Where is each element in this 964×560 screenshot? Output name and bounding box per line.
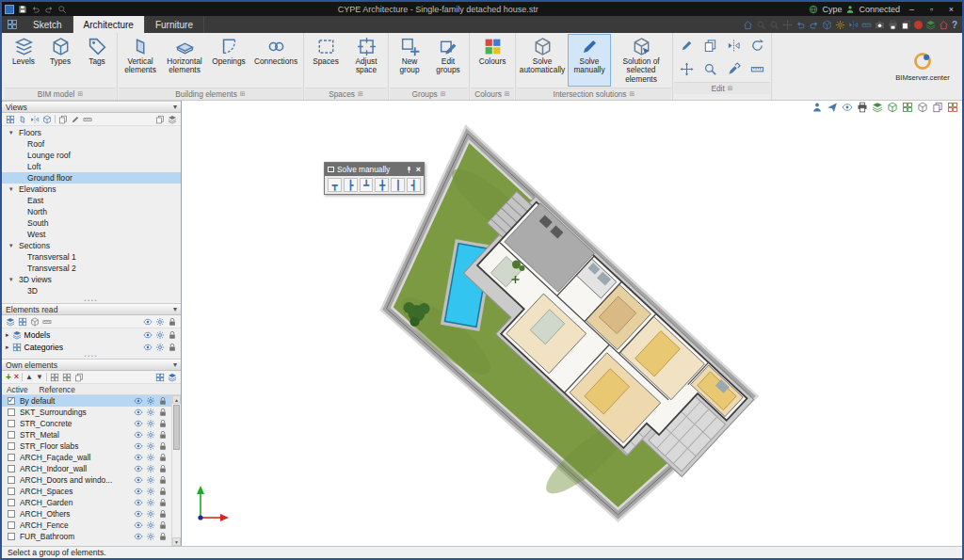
visibility-column-icon[interactable] [143, 317, 153, 327]
settings-icon[interactable] [146, 532, 155, 541]
joint-bottom-icon[interactable]: ┻ [360, 178, 374, 192]
move-up-icon[interactable]: ▲ [25, 374, 33, 381]
active-checkbox[interactable] [8, 454, 15, 461]
materials-icon[interactable] [932, 102, 943, 113]
own-element-row[interactable]: STR_Concrete [2, 418, 181, 429]
elements-read-row-models[interactable]: ▸Models [2, 328, 181, 341]
measure-icon[interactable] [861, 20, 872, 30]
tree-item-north[interactable]: North [2, 206, 181, 217]
tab-sketch[interactable]: Sketch [23, 16, 73, 33]
settings-icon[interactable] [146, 520, 155, 530]
favourites-icon[interactable] [743, 20, 753, 30]
elements-read-row-categories[interactable]: ▸Categories [2, 341, 181, 353]
move-button[interactable] [676, 58, 698, 80]
visibility-icon[interactable] [842, 102, 853, 113]
publish-icon[interactable] [827, 102, 838, 113]
lock-icon[interactable] [158, 453, 168, 462]
floating-toolbar-titlebar[interactable]: Solve manually × [325, 163, 424, 176]
tree-item-loft[interactable]: Loft [2, 161, 181, 172]
vertical-elements-button[interactable]: Vertical elements [120, 34, 161, 87]
add-group-icon[interactable]: + [6, 373, 11, 382]
active-checkbox[interactable] [8, 431, 15, 439]
joint-cross-icon[interactable]: ╋ [375, 178, 389, 192]
previous-view-icon[interactable] [795, 20, 806, 30]
expand-arrow-icon[interactable]: ▸ [6, 344, 9, 351]
isolate-icon[interactable] [168, 373, 177, 382]
ungroup-icon[interactable] [62, 373, 72, 382]
horizontal-elements-button[interactable]: Horizontal elements [162, 34, 207, 87]
settings-column-icon[interactable] [155, 317, 165, 327]
tree-item-sections[interactable]: ▾Sections [2, 240, 181, 251]
visibility-icon[interactable] [143, 343, 153, 352]
views-panel-header[interactable]: Views▾ [2, 101, 181, 113]
joint-straight-icon[interactable]: ┃ [391, 178, 405, 192]
settings-icon[interactable] [146, 487, 155, 496]
layers-icon[interactable] [902, 102, 913, 113]
settings-icon[interactable] [155, 330, 165, 340]
select-all-icon[interactable] [30, 317, 40, 327]
settings-icon[interactable] [146, 396, 155, 406]
spaces-button[interactable]: Spaces [306, 34, 345, 87]
lock-icon[interactable] [158, 396, 168, 406]
pin-icon[interactable] [405, 166, 413, 174]
own-element-row[interactable]: ARCH_Garden [2, 497, 181, 508]
lock-icon[interactable] [158, 520, 168, 530]
lock-icon[interactable] [168, 343, 177, 352]
adjust-space-button[interactable]: Adjust space [346, 34, 386, 87]
zoom-edit-button[interactable] [699, 58, 721, 80]
next-view-icon[interactable] [809, 20, 819, 30]
solution-of-selected-elements-button[interactable]: Solution of selected elements [612, 34, 670, 87]
active-checkbox[interactable] [8, 533, 15, 540]
dialog-launcher-icon[interactable]: ⊞ [358, 90, 363, 98]
model-3d-icon[interactable] [887, 102, 898, 113]
active-checkbox[interactable] [8, 420, 15, 427]
active-checkbox[interactable] [8, 488, 15, 495]
active-checkbox[interactable] [8, 442, 15, 450]
active-checkbox[interactable] [8, 476, 15, 484]
visibility-icon[interactable] [134, 441, 143, 451]
tab-architecture[interactable]: Architecture [73, 16, 145, 33]
elements-read-panel-header[interactable]: Elements read▾ [2, 303, 181, 315]
mirror-button[interactable] [723, 35, 745, 56]
cype-logo-icon[interactable] [809, 5, 818, 14]
expand-arrow-icon[interactable]: ▾ [9, 185, 16, 193]
3d-view-icon[interactable] [42, 115, 52, 124]
settings-icon[interactable] [146, 453, 155, 462]
chevron-down-icon[interactable]: ▾ [173, 305, 177, 313]
dialog-launcher-icon[interactable]: ⊞ [441, 90, 446, 98]
app-menu-icon[interactable] [2, 16, 23, 33]
lock-icon[interactable] [158, 498, 168, 507]
measure-edit-button[interactable] [747, 58, 768, 80]
expand-all-icon[interactable] [6, 317, 15, 327]
active-checkbox[interactable] [8, 397, 15, 405]
print-icon[interactable] [888, 20, 898, 30]
visibility-icon[interactable] [134, 419, 143, 428]
settings-icon[interactable] [146, 419, 155, 428]
highlight-icon[interactable] [155, 373, 165, 382]
filter-icon[interactable] [42, 317, 52, 327]
copy-button[interactable] [699, 35, 721, 56]
dialog-launcher-icon[interactable]: ⊞ [240, 90, 246, 98]
chevron-down-icon[interactable]: ▾ [173, 360, 177, 369]
section-icon[interactable] [848, 20, 859, 30]
own-element-row[interactable]: ARCH_Fence [2, 520, 181, 531]
settings-icon[interactable] [146, 464, 155, 473]
active-checkbox[interactable] [8, 510, 15, 518]
tree-item-transversal-1[interactable]: Transversal 1 [2, 251, 181, 263]
expand-arrow-icon[interactable]: ▾ [9, 129, 16, 136]
dialog-launcher-icon[interactable]: ⊞ [505, 90, 510, 98]
scroll-up-icon[interactable]: ▲ [172, 395, 181, 404]
components-icon[interactable] [917, 102, 928, 113]
active-checkbox[interactable] [8, 408, 15, 416]
walkthrough-icon[interactable] [811, 102, 823, 113]
elevation-view-icon[interactable] [18, 115, 27, 124]
new-group-button[interactable]: New group [391, 34, 428, 87]
own-element-row[interactable]: STR_Metal [2, 429, 181, 440]
visibility-icon[interactable] [134, 396, 143, 406]
expand-arrow-icon[interactable]: ▸ [6, 331, 9, 339]
joint-t-icon[interactable]: ┳ [328, 178, 342, 192]
active-checkbox[interactable] [8, 499, 15, 506]
pan-icon[interactable] [782, 20, 793, 30]
expand-arrow-icon[interactable]: ▾ [9, 276, 16, 283]
tree-item-3d-views[interactable]: ▾3D views [2, 274, 181, 285]
